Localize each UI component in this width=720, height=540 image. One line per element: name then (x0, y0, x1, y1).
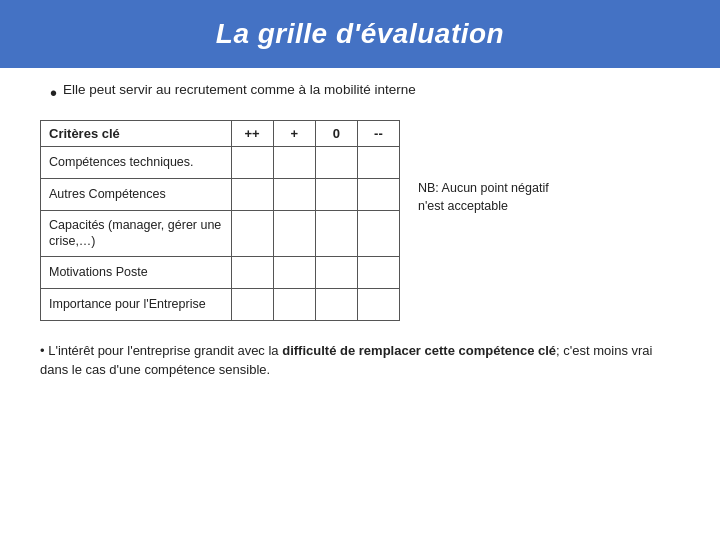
cell-score-4-0 (231, 288, 273, 320)
eval-table: Critères clé ++ + 0 -- Compétences techn… (40, 120, 400, 321)
cell-criteria-4: Importance pour l'Entreprise (41, 288, 232, 320)
cell-score-0-3 (357, 147, 399, 179)
page-header: La grille d'évaluation (0, 0, 720, 68)
table-row: Compétences techniques. (41, 147, 400, 179)
cell-score-2-3 (357, 211, 399, 257)
cell-score-2-2 (315, 211, 357, 257)
cell-criteria-1: Autres Compétences (41, 179, 232, 211)
cell-score-4-2 (315, 288, 357, 320)
intro-bullet: • Elle peut servir au recrutement comme … (50, 82, 680, 104)
header-plus: + (273, 121, 315, 147)
page-title: La grille d'évaluation (0, 18, 720, 50)
cell-score-1-3 (357, 179, 399, 211)
bullet-icon: • (50, 82, 57, 104)
cell-score-1-1 (273, 179, 315, 211)
cell-criteria-2: Capacités (manager, gérer une crise,…) (41, 211, 232, 257)
table-area: Critères clé ++ + 0 -- Compétences techn… (40, 120, 680, 321)
cell-criteria-0: Compétences techniques. (41, 147, 232, 179)
page-content: • Elle peut servir au recrutement comme … (0, 68, 720, 540)
page: La grille d'évaluation • Elle peut servi… (0, 0, 720, 540)
cell-score-1-2 (315, 179, 357, 211)
cell-score-0-1 (273, 147, 315, 179)
table-row: Motivations Poste (41, 256, 400, 288)
table-row: Importance pour l'Entreprise (41, 288, 400, 320)
header-criteria: Critères clé (41, 121, 232, 147)
table-row: Capacités (manager, gérer une crise,…) (41, 211, 400, 257)
header-plusplus: ++ (231, 121, 273, 147)
nb-note: NB: Aucun point négatif n'est acceptable (418, 120, 578, 215)
cell-score-3-0 (231, 256, 273, 288)
bottom-text-bold: difficulté de remplacer cette compétence… (282, 343, 556, 358)
bottom-text-part1: L'intérêt pour l'entreprise grandit avec… (48, 343, 282, 358)
nb-note-text: NB: Aucun point négatif n'est acceptable (418, 181, 549, 213)
header-zero: 0 (315, 121, 357, 147)
table-header-row: Critères clé ++ + 0 -- (41, 121, 400, 147)
cell-score-3-1 (273, 256, 315, 288)
cell-score-0-2 (315, 147, 357, 179)
cell-criteria-3: Motivations Poste (41, 256, 232, 288)
cell-score-1-0 (231, 179, 273, 211)
intro-text: Elle peut servir au recrutement comme à … (63, 82, 416, 97)
cell-score-4-1 (273, 288, 315, 320)
bottom-bullet-icon: • (40, 343, 48, 358)
cell-score-2-1 (273, 211, 315, 257)
cell-score-3-3 (357, 256, 399, 288)
cell-score-0-0 (231, 147, 273, 179)
table-row: Autres Compétences (41, 179, 400, 211)
cell-score-4-3 (357, 288, 399, 320)
cell-score-2-0 (231, 211, 273, 257)
cell-score-3-2 (315, 256, 357, 288)
bottom-text: • L'intérêt pour l'entreprise grandit av… (40, 341, 680, 380)
header-minusminus: -- (357, 121, 399, 147)
